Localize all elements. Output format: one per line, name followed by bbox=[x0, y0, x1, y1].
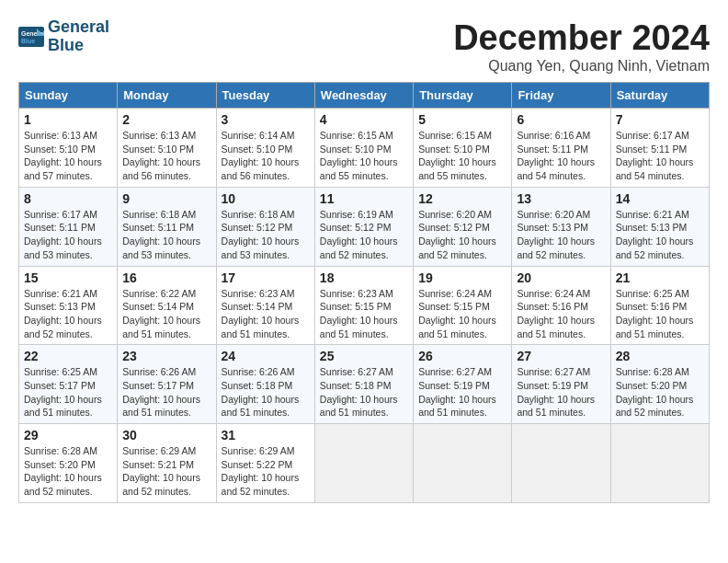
day-number: 7 bbox=[616, 112, 704, 127]
day-number: 13 bbox=[517, 191, 605, 206]
calendar-cell: 12Sunrise: 6:20 AMSunset: 5:12 PMDayligh… bbox=[414, 187, 512, 266]
day-number: 26 bbox=[418, 349, 506, 363]
calendar-week-row: 29Sunrise: 6:28 AMSunset: 5:20 PMDayligh… bbox=[19, 424, 710, 503]
calendar-cell bbox=[414, 424, 512, 503]
header-tuesday: Tuesday bbox=[216, 83, 314, 109]
day-info: Sunrise: 6:25 AMSunset: 5:17 PMDaylight:… bbox=[24, 365, 112, 419]
calendar-cell: 7Sunrise: 6:17 AMSunset: 5:11 PMDaylight… bbox=[610, 109, 709, 188]
logo-icon: General Blue bbox=[18, 27, 44, 47]
title-area: December 2024 Quang Yen, Quang Ninh, Vie… bbox=[453, 18, 710, 75]
header-saturday: Saturday bbox=[610, 83, 709, 109]
location-title: Quang Yen, Quang Ninh, Vietnam bbox=[453, 58, 710, 75]
day-number: 14 bbox=[616, 191, 704, 206]
day-number: 16 bbox=[122, 270, 210, 285]
day-info: Sunrise: 6:27 AMSunset: 5:18 PMDaylight:… bbox=[320, 365, 408, 419]
header-sunday: Sunday bbox=[19, 83, 118, 109]
calendar-cell: 20Sunrise: 6:24 AMSunset: 5:16 PMDayligh… bbox=[512, 266, 610, 345]
month-title: December 2024 bbox=[453, 18, 710, 58]
calendar-cell bbox=[610, 424, 709, 503]
day-number: 24 bbox=[222, 349, 310, 363]
calendar-cell: 19Sunrise: 6:24 AMSunset: 5:15 PMDayligh… bbox=[414, 266, 512, 345]
calendar-cell: 26Sunrise: 6:27 AMSunset: 5:19 PMDayligh… bbox=[414, 345, 512, 424]
day-info: Sunrise: 6:28 AMSunset: 5:20 PMDaylight:… bbox=[24, 444, 112, 499]
day-info: Sunrise: 6:18 AMSunset: 5:12 PMDaylight:… bbox=[222, 208, 310, 262]
day-number: 2 bbox=[122, 112, 210, 127]
calendar-cell: 10Sunrise: 6:18 AMSunset: 5:12 PMDayligh… bbox=[216, 187, 314, 266]
day-number: 23 bbox=[122, 349, 210, 363]
page-container: General Blue General Blue December 2024 … bbox=[18, 18, 710, 503]
calendar-cell: 18Sunrise: 6:23 AMSunset: 5:15 PMDayligh… bbox=[314, 266, 413, 345]
day-info: Sunrise: 6:14 AMSunset: 5:10 PMDaylight:… bbox=[222, 129, 310, 183]
day-number: 4 bbox=[320, 112, 408, 127]
day-number: 21 bbox=[616, 270, 704, 285]
calendar-cell: 24Sunrise: 6:26 AMSunset: 5:18 PMDayligh… bbox=[216, 345, 314, 424]
header-thursday: Thursday bbox=[414, 83, 512, 109]
day-info: Sunrise: 6:23 AMSunset: 5:15 PMDaylight:… bbox=[320, 287, 408, 341]
day-number: 27 bbox=[517, 349, 605, 363]
day-info: Sunrise: 6:26 AMSunset: 5:17 PMDaylight:… bbox=[122, 365, 210, 419]
day-number: 11 bbox=[320, 191, 408, 206]
day-number: 8 bbox=[24, 191, 112, 206]
calendar-cell: 4Sunrise: 6:15 AMSunset: 5:10 PMDaylight… bbox=[314, 109, 413, 188]
calendar-cell: 15Sunrise: 6:21 AMSunset: 5:13 PMDayligh… bbox=[19, 266, 118, 345]
day-info: Sunrise: 6:17 AMSunset: 5:11 PMDaylight:… bbox=[616, 129, 704, 183]
calendar-cell: 11Sunrise: 6:19 AMSunset: 5:12 PMDayligh… bbox=[314, 187, 413, 266]
day-number: 30 bbox=[122, 428, 210, 442]
day-info: Sunrise: 6:27 AMSunset: 5:19 PMDaylight:… bbox=[418, 365, 506, 419]
calendar: Sunday Monday Tuesday Wednesday Thursday… bbox=[18, 82, 710, 503]
logo-text: General Blue bbox=[48, 18, 109, 55]
calendar-cell: 31Sunrise: 6:29 AMSunset: 5:22 PMDayligh… bbox=[216, 424, 314, 503]
calendar-week-row: 8Sunrise: 6:17 AMSunset: 5:11 PMDaylight… bbox=[19, 187, 710, 266]
day-info: Sunrise: 6:16 AMSunset: 5:11 PMDaylight:… bbox=[517, 129, 605, 183]
day-number: 5 bbox=[418, 112, 506, 127]
calendar-cell: 25Sunrise: 6:27 AMSunset: 5:18 PMDayligh… bbox=[314, 345, 413, 424]
day-number: 22 bbox=[24, 349, 112, 363]
day-number: 10 bbox=[222, 191, 310, 206]
day-number: 18 bbox=[320, 270, 408, 285]
day-info: Sunrise: 6:20 AMSunset: 5:12 PMDaylight:… bbox=[418, 208, 506, 262]
calendar-cell: 1Sunrise: 6:13 AMSunset: 5:10 PMDaylight… bbox=[19, 109, 118, 188]
logo: General Blue General Blue bbox=[18, 18, 109, 55]
day-number: 3 bbox=[222, 112, 310, 127]
day-number: 29 bbox=[24, 428, 112, 442]
day-info: Sunrise: 6:21 AMSunset: 5:13 PMDaylight:… bbox=[24, 287, 112, 341]
calendar-cell: 29Sunrise: 6:28 AMSunset: 5:20 PMDayligh… bbox=[19, 424, 118, 503]
day-info: Sunrise: 6:28 AMSunset: 5:20 PMDaylight:… bbox=[616, 365, 704, 419]
calendar-cell: 30Sunrise: 6:29 AMSunset: 5:21 PMDayligh… bbox=[118, 424, 216, 503]
calendar-cell: 13Sunrise: 6:20 AMSunset: 5:13 PMDayligh… bbox=[512, 187, 610, 266]
day-info: Sunrise: 6:19 AMSunset: 5:12 PMDaylight:… bbox=[320, 208, 408, 262]
day-info: Sunrise: 6:24 AMSunset: 5:16 PMDaylight:… bbox=[517, 287, 605, 341]
calendar-week-row: 15Sunrise: 6:21 AMSunset: 5:13 PMDayligh… bbox=[19, 266, 710, 345]
day-number: 12 bbox=[418, 191, 506, 206]
day-number: 25 bbox=[320, 349, 408, 363]
day-number: 9 bbox=[122, 191, 210, 206]
day-number: 20 bbox=[517, 270, 605, 285]
day-number: 1 bbox=[24, 112, 112, 127]
day-number: 17 bbox=[222, 270, 310, 285]
calendar-cell: 3Sunrise: 6:14 AMSunset: 5:10 PMDaylight… bbox=[216, 109, 314, 188]
day-info: Sunrise: 6:29 AMSunset: 5:21 PMDaylight:… bbox=[122, 444, 210, 499]
day-info: Sunrise: 6:18 AMSunset: 5:11 PMDaylight:… bbox=[122, 208, 210, 262]
calendar-cell: 21Sunrise: 6:25 AMSunset: 5:16 PMDayligh… bbox=[610, 266, 709, 345]
calendar-cell: 23Sunrise: 6:26 AMSunset: 5:17 PMDayligh… bbox=[118, 345, 216, 424]
day-info: Sunrise: 6:23 AMSunset: 5:14 PMDaylight:… bbox=[222, 287, 310, 341]
day-info: Sunrise: 6:25 AMSunset: 5:16 PMDaylight:… bbox=[616, 287, 704, 341]
day-info: Sunrise: 6:29 AMSunset: 5:22 PMDaylight:… bbox=[222, 444, 310, 499]
calendar-cell: 6Sunrise: 6:16 AMSunset: 5:11 PMDaylight… bbox=[512, 109, 610, 188]
calendar-cell: 16Sunrise: 6:22 AMSunset: 5:14 PMDayligh… bbox=[118, 266, 216, 345]
header-wednesday: Wednesday bbox=[314, 83, 413, 109]
day-number: 28 bbox=[616, 349, 704, 363]
calendar-header-row: Sunday Monday Tuesday Wednesday Thursday… bbox=[19, 83, 710, 109]
day-info: Sunrise: 6:15 AMSunset: 5:10 PMDaylight:… bbox=[320, 129, 408, 183]
calendar-cell: 27Sunrise: 6:27 AMSunset: 5:19 PMDayligh… bbox=[512, 345, 610, 424]
day-info: Sunrise: 6:27 AMSunset: 5:19 PMDaylight:… bbox=[517, 365, 605, 419]
day-info: Sunrise: 6:13 AMSunset: 5:10 PMDaylight:… bbox=[24, 129, 112, 183]
day-info: Sunrise: 6:26 AMSunset: 5:18 PMDaylight:… bbox=[222, 365, 310, 419]
calendar-cell: 5Sunrise: 6:15 AMSunset: 5:10 PMDaylight… bbox=[414, 109, 512, 188]
day-info: Sunrise: 6:21 AMSunset: 5:13 PMDaylight:… bbox=[616, 208, 704, 262]
day-info: Sunrise: 6:17 AMSunset: 5:11 PMDaylight:… bbox=[24, 208, 112, 262]
calendar-cell: 28Sunrise: 6:28 AMSunset: 5:20 PMDayligh… bbox=[610, 345, 709, 424]
day-number: 19 bbox=[418, 270, 506, 285]
day-info: Sunrise: 6:24 AMSunset: 5:15 PMDaylight:… bbox=[418, 287, 506, 341]
svg-text:Blue: Blue bbox=[21, 38, 35, 44]
